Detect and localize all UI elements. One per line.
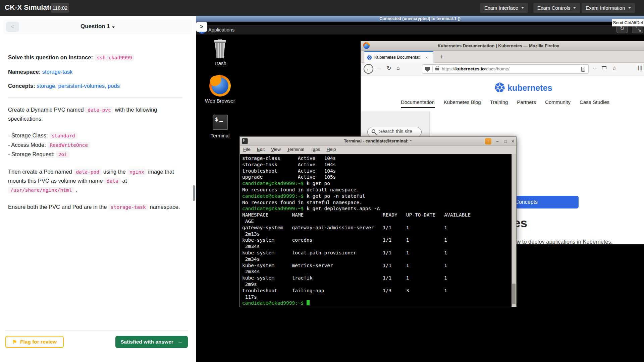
nav-partners[interactable]: Partners [517, 99, 536, 108]
exam-information-menu[interactable]: Exam Information [582, 3, 635, 13]
satisfied-with-answer-button[interactable]: Satisfied with answer → [115, 336, 188, 348]
terminal-canvas[interactable]: storage-class Active 104sstorage-task Ac… [240, 154, 512, 307]
web-browser-label[interactable]: Web Browser [198, 98, 242, 104]
back-button[interactable]: ← [364, 64, 373, 74]
terminal-line: kube-system traefik 1/1 1 1 [242, 275, 512, 281]
terminal-line: 117s [242, 294, 512, 300]
terminal-menu-edit[interactable]: Edit [257, 147, 265, 154]
question-scrollbar-thumb[interactable] [193, 185, 195, 201]
terminal-line: 2m34s [242, 243, 512, 250]
cursor-glyph [219, 121, 223, 122]
namespace-link[interactable]: storage-task [42, 69, 73, 75]
reload-button[interactable]: ↻ [387, 65, 391, 71]
question-content: Solve this question on instance: ssh cka… [0, 53, 188, 220]
concepts-label: Concepts: [8, 83, 35, 89]
overflow-menu-icon[interactable]: ⋯ [593, 65, 598, 71]
terminal-menu-help[interactable]: Help [327, 147, 336, 154]
kubernetes-site-nav: Documentation Kubernetes Blog Training P… [361, 99, 644, 108]
exam-interface-menu[interactable]: Exam Interface [480, 3, 528, 13]
spec-access-mode: - Access Mode: ReadWriteOnce [8, 140, 182, 150]
sidebar-icon[interactable]: ||| [638, 65, 643, 70]
terminal-line: kube-system local-path-provisioner 1/1 1… [242, 250, 512, 256]
satisfied-label: Satisfied with answer [120, 339, 173, 345]
shell-prompt: candidate@ckad9999:~$ [242, 206, 304, 211]
vnc-status-bar: Connected (unencrypted) to terminal:1 () [196, 16, 644, 22]
firefox-navbar: ← → ↻ ⌂ https://kubernetes.io/docs/home/… [361, 63, 644, 75]
desktop-taskbar: Applications [196, 25, 644, 35]
exam-controls-menu[interactable]: Exam Controls [533, 3, 580, 13]
nav-community[interactable]: Community [545, 99, 571, 108]
arrow-right-icon: → [177, 339, 183, 345]
question-selector[interactable]: Question 1 [3, 23, 192, 30]
site-search-box[interactable]: Search this site [367, 127, 422, 137]
new-tab-button[interactable]: + [437, 53, 446, 61]
web-browser-desktop-icon[interactable] [209, 75, 231, 97]
question-scrollbar-track [193, 16, 196, 362]
reader-mode-icon[interactable] [581, 67, 585, 72]
tab-kubernetes-documentation[interactable]: Kubernetes Documentati × [364, 51, 433, 63]
terminal-line: 2m34s [242, 256, 512, 262]
url-bar[interactable]: https://kubernetes.io/docs/home/ [422, 64, 589, 74]
terminal-titlebar[interactable]: $_ Terminal - candidate@terminal: ~ ↑ − … [240, 137, 516, 146]
maximize-button[interactable]: □ [502, 138, 509, 144]
exam-interface-label: Exam Interface [484, 5, 518, 11]
applications-menu[interactable]: Applications [208, 27, 234, 33]
terminal-menu-tabs[interactable]: Tabs [311, 147, 320, 154]
protections-shield-icon[interactable] [602, 66, 606, 71]
minimize-button[interactable]: − [494, 138, 501, 144]
expand-icon: ↘ [638, 27, 641, 33]
divider [8, 98, 182, 98]
next-question-button[interactable]: > [196, 22, 207, 32]
spec-storage-class: - Storage Class: standard [8, 131, 182, 140]
terminal-line: candidate@ckad9999:~$ k get deployments.… [242, 205, 512, 212]
concepts-links[interactable]: storage, persistent-volumes, pods [37, 83, 120, 89]
terminal-line: candidate@ckad9999:~$ k get po [242, 180, 512, 187]
send-ctrl-alt-del-button[interactable]: Send CtrlAltDel [612, 19, 644, 26]
kubernetes-logo [494, 82, 505, 93]
terminal-label[interactable]: Terminal [198, 133, 242, 138]
terminal-scrollbar-thumb[interactable] [512, 284, 516, 304]
shell-prompt: candidate@ckad9999:~$ [242, 300, 304, 306]
flag-for-review-button[interactable]: ⚑ Flag for review [5, 336, 64, 348]
kubernetes-site-header: kubernetes Documentation Kubernetes Blog… [361, 75, 644, 111]
nav-kubernetes-blog[interactable]: Kubernetes Blog [444, 99, 481, 108]
question-title: Question 1 [80, 23, 110, 29]
trash-label[interactable]: Trash [198, 60, 242, 66]
app-header: CK-X Simulator 118:02 Exam Interface Exa… [0, 0, 644, 16]
terminal-menu-file[interactable]: File [243, 147, 251, 154]
firefox-tabbar: Kubernetes Documentati × + [361, 51, 644, 63]
terminal-menu-view[interactable]: View [271, 147, 281, 154]
kubernetes-wordmark[interactable]: kubernetes [507, 83, 552, 93]
nav-documentation[interactable]: Documentation [401, 99, 435, 108]
url-path: /docs/home/ [485, 66, 509, 71]
terminal-menu-terminal[interactable]: Terminal [287, 147, 304, 154]
terminal-line: kube-system metrics-server 1/1 1 1 [242, 262, 512, 269]
lock-icon[interactable] [435, 68, 439, 70]
nav-case-studies[interactable]: Case Studies [580, 99, 609, 108]
close-button[interactable]: × [509, 138, 516, 144]
search-placeholder: Search this site [379, 129, 412, 134]
forward-button[interactable]: → [376, 65, 382, 71]
question-navbar: < Question 1 > [3, 19, 192, 34]
trash-desktop-icon[interactable] [212, 39, 228, 59]
tab-close-icon[interactable]: × [425, 55, 428, 60]
kubernetes-icon [367, 55, 372, 60]
terminal-desktop-icon[interactable]: $ [213, 115, 228, 130]
terminal-line: upgrade Active 105s [242, 174, 512, 180]
nav-training[interactable]: Training [490, 99, 508, 108]
exam-controls-label: Exam Controls [537, 5, 570, 11]
namespace-label: Namespace: [8, 69, 41, 75]
chevron-down-icon [573, 7, 576, 9]
url-domain: kubernetes.io [455, 66, 485, 71]
shade-window-button[interactable]: ↑ [485, 138, 491, 144]
firefox-titlebar[interactable]: Kubernetes Documentation | Kubernetes — … [361, 41, 644, 51]
task-intro-paragraph: Create a Dynamic PVC named data-pvc with… [8, 105, 182, 123]
chevron-down-icon [112, 26, 115, 28]
home-button[interactable]: ⌂ [396, 65, 400, 71]
tracking-protection-shield-icon[interactable] [425, 67, 430, 72]
terminal-cursor [307, 300, 310, 305]
chevron-down-icon [628, 7, 631, 9]
bookmark-star-icon[interactable]: ☆ [612, 65, 616, 71]
terminal-line: candidate@ckad9999:~$ k get po -n statef… [242, 193, 512, 199]
terminal-line: No resources found in default namespace. [242, 187, 512, 193]
